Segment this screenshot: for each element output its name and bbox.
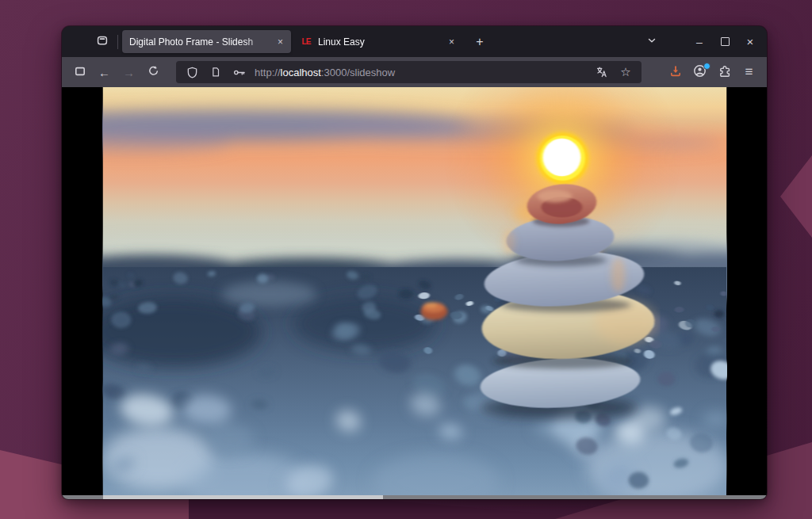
slideshow-photo — [102, 87, 726, 495]
download-icon — [669, 65, 682, 80]
reload-button[interactable] — [142, 61, 165, 83]
insecure-key-icon[interactable] — [231, 63, 248, 81]
sidebar-icon — [74, 65, 86, 80]
window-close-button[interactable]: × — [740, 32, 760, 52]
back-button[interactable]: ← — [93, 61, 116, 83]
tab-favicon: LE — [300, 36, 312, 48]
notification-badge — [703, 63, 710, 70]
url-host: localhost — [281, 67, 321, 78]
puzzle-icon — [718, 65, 731, 80]
url-protocol: http:// — [255, 67, 281, 78]
page-content — [62, 87, 767, 499]
tab-digital-photo-frame[interactable]: Digital Photo Frame - Slidesh × — [122, 30, 291, 53]
h-scrollbar-thumb[interactable] — [103, 495, 384, 499]
navigation-toolbar: ← → http://localhost:3000/slideshow ☆ — [62, 57, 767, 87]
bookmark-star-icon[interactable]: ☆ — [617, 63, 634, 81]
forward-button[interactable]: → — [117, 61, 140, 83]
menu-button[interactable]: ≡ — [737, 61, 760, 83]
firefox-view-icon — [96, 34, 109, 49]
tab-separator — [117, 35, 118, 49]
tab-bar: Digital Photo Frame - Slidesh × LE Linux… — [62, 26, 767, 57]
maximize-icon — [721, 37, 730, 46]
url-path: :3000/slideshow — [321, 67, 395, 78]
list-all-tabs-button[interactable] — [642, 32, 662, 52]
downloads-button[interactable] — [664, 61, 687, 83]
firefox-view-button[interactable] — [90, 32, 114, 52]
new-tab-button[interactable]: + — [469, 32, 491, 52]
tab-linux-easy[interactable]: LE Linux Easy × — [293, 30, 462, 53]
photo-scene — [102, 87, 726, 495]
horizontal-scrollbar[interactable] — [62, 495, 767, 499]
sidebar-toggle-button[interactable] — [68, 61, 91, 83]
minimize-button[interactable]: – — [689, 32, 710, 52]
extensions-button[interactable] — [713, 61, 736, 83]
tracking-protection-shield-icon[interactable] — [183, 63, 201, 81]
maximize-button[interactable] — [714, 32, 735, 52]
chevron-down-icon — [646, 35, 657, 48]
reload-icon — [147, 65, 159, 79]
tab-title: Linux Easy — [318, 36, 445, 48]
url-text: http://localhost:3000/slideshow — [255, 67, 587, 78]
url-bar[interactable]: http://localhost:3000/slideshow ☆ — [176, 61, 642, 83]
tab-close-button[interactable]: × — [274, 35, 287, 48]
account-button[interactable] — [688, 61, 711, 83]
browser-window: Digital Photo Frame - Slidesh × LE Linux… — [62, 26, 767, 499]
translate-icon[interactable] — [593, 63, 611, 81]
tab-title: Digital Photo Frame - Slidesh — [129, 36, 274, 48]
tab-close-button[interactable]: × — [445, 35, 458, 48]
page-info-icon[interactable] — [207, 63, 224, 81]
